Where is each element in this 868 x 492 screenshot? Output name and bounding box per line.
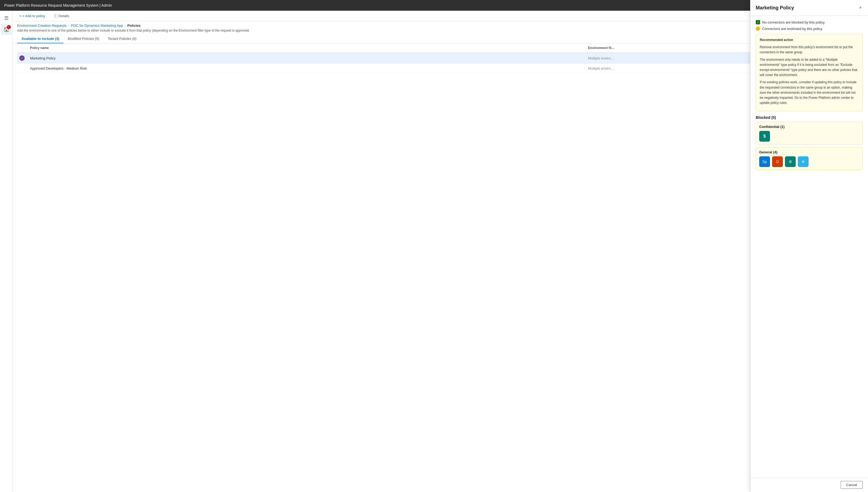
sidebar-badge: 1 bbox=[7, 25, 11, 29]
confidential-icons: $ bbox=[759, 131, 859, 142]
tabs: Available to include (3) Modified Polici… bbox=[13, 34, 868, 43]
breadcrumb-sep-2: › bbox=[124, 24, 126, 28]
hamburger-menu[interactable]: ☰ bbox=[1, 13, 12, 24]
add-to-policy-button[interactable]: + + Add to policy bbox=[17, 13, 47, 19]
topbar: Power Platform Resource Request Manageme… bbox=[0, 0, 868, 11]
info-icon: i bbox=[54, 14, 57, 18]
breadcrumb-item-2[interactable]: POC for Dynamics Marketing App bbox=[71, 24, 123, 28]
hamburger-icon: ☰ bbox=[4, 15, 8, 21]
cancel-button[interactable]: Cancel bbox=[841, 481, 863, 489]
green-check-icon: ✓ bbox=[756, 20, 760, 24]
row-icon-cell: ✓ bbox=[17, 53, 28, 64]
row-policy-name: Approved Developers - Medium Risk bbox=[28, 64, 586, 73]
table-row[interactable]: Approved Developers - Medium RiskMultipl… bbox=[17, 64, 864, 73]
table-row[interactable]: ✓Marketing PolicyMultiple enviro... bbox=[17, 53, 864, 64]
panel-close-button[interactable]: × bbox=[858, 4, 863, 11]
sidebar: ☰ 🏠 1 bbox=[0, 11, 13, 492]
panel-body: ✓ No connectors are blocked by this poli… bbox=[750, 16, 868, 477]
row-policy-name: Marketing Policy bbox=[28, 53, 586, 64]
status-no-blocked: ✓ No connectors are blocked by this poli… bbox=[756, 20, 863, 24]
sharepoint-icon: Sp bbox=[759, 156, 770, 167]
recommended-para-3: If no existing policies work, consider i… bbox=[760, 80, 859, 105]
toolbar: + + Add to policy i Details bbox=[13, 11, 868, 21]
plus-icon: + bbox=[19, 14, 21, 18]
recommended-title: Recommended action bbox=[760, 38, 859, 43]
dollar-connector-icon: $ bbox=[759, 131, 770, 142]
yellow-dot-icon bbox=[756, 26, 760, 31]
tab-modified[interactable]: Modified Policies (0) bbox=[64, 34, 103, 43]
app-title: Power Platform Resource Request Manageme… bbox=[4, 3, 112, 7]
status-green-text: No connectors are blocked by this policy… bbox=[762, 20, 825, 24]
row-icon-cell bbox=[17, 64, 28, 73]
confidential-group-title: Confidential (1) bbox=[759, 125, 859, 129]
breadcrumb-item-3: Policies bbox=[127, 24, 140, 28]
recommended-para-1: Remove environment from this policy's en… bbox=[760, 45, 859, 55]
panel-footer: Cancel bbox=[750, 477, 868, 492]
recommended-action-box: Recommended action Remove environment fr… bbox=[756, 34, 863, 111]
details-button[interactable]: i Details bbox=[52, 13, 72, 19]
panel-header: Marketing Policy × bbox=[750, 0, 868, 16]
dynamics-icon: ⚙ bbox=[785, 156, 796, 167]
policy-table-container: Policy name Environment fil... ✓Marketin… bbox=[13, 43, 868, 492]
content-area: + + Add to policy i Details Environment … bbox=[13, 11, 868, 492]
general-group-title: General (4) bbox=[759, 150, 859, 154]
main-layout: ☰ 🏠 1 + + Add to policy i Details Enviro… bbox=[0, 11, 868, 492]
snowflake-icon: ❄ bbox=[798, 156, 808, 167]
general-group-box: General (4) Sp O ⚙ ❄ bbox=[756, 147, 863, 170]
office365-icon: O bbox=[772, 156, 783, 167]
panel-title: Marketing Policy bbox=[756, 5, 794, 11]
general-icons: Sp O ⚙ ❄ bbox=[759, 156, 859, 167]
blocked-section-title: Blocked (0) bbox=[756, 115, 863, 120]
row-selected-icon: ✓ bbox=[19, 55, 25, 61]
status-restricted: Connectors are restricted by this policy… bbox=[756, 26, 863, 31]
policy-table: Policy name Environment fil... ✓Marketin… bbox=[17, 43, 864, 73]
sidebar-home-item[interactable]: 🏠 1 bbox=[1, 24, 12, 35]
marketing-policy-panel: Marketing Policy × ✓ No connectors are b… bbox=[750, 0, 868, 492]
breadcrumb-item-1[interactable]: Environment Creation Requests bbox=[17, 24, 66, 28]
breadcrumb-sep-1: › bbox=[68, 24, 69, 28]
confidential-group-box: Confidential (1) $ bbox=[756, 122, 863, 145]
page-description: Add the environment to one of the polici… bbox=[13, 29, 254, 34]
col-header-check bbox=[17, 43, 28, 53]
recommended-para-2: The environment only needs to be added t… bbox=[760, 57, 859, 78]
col-header-policy-name: Policy name bbox=[28, 43, 586, 53]
tab-tenant[interactable]: Tenant Policies (0) bbox=[103, 34, 141, 43]
status-yellow-text: Connectors are restricted by this policy… bbox=[762, 27, 823, 31]
tab-available[interactable]: Available to include (3) bbox=[17, 34, 64, 43]
breadcrumb: Environment Creation Requests › POC for … bbox=[13, 21, 868, 29]
